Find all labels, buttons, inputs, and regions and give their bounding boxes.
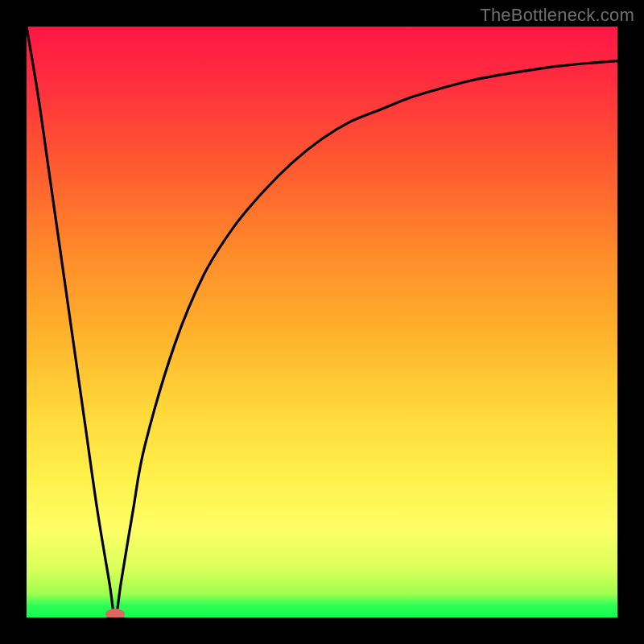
bottleneck-curve	[27, 27, 617, 617]
minimum-marker	[105, 609, 125, 617]
plot-area	[27, 27, 617, 617]
watermark-text: TheBottleneck.com	[480, 5, 634, 26]
chart-frame: TheBottleneck.com	[0, 0, 644, 644]
curve-path	[27, 27, 617, 617]
